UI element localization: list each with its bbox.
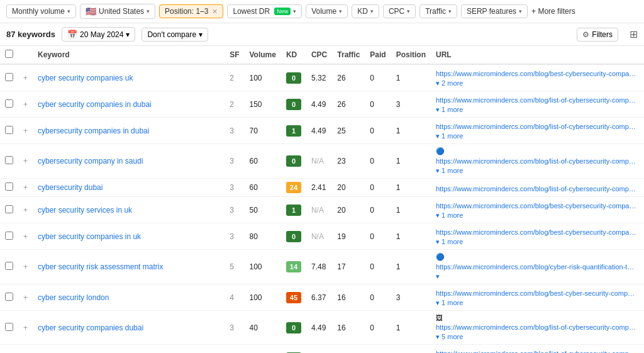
volume-filter-btn[interactable]: Volume ▾ <box>306 4 348 18</box>
traffic-cell: 26 <box>332 64 365 91</box>
filters-btn[interactable]: ⚙ Filters <box>577 28 618 42</box>
new-badge: New <box>274 8 291 15</box>
expand-cell[interactable]: + <box>18 118 33 144</box>
keyword-link[interactable]: cyber security companies uk <box>38 74 133 82</box>
paid-cell: 0 <box>365 345 391 354</box>
filters-label: Filters <box>592 30 613 39</box>
position-filter-btn[interactable]: Position: 1–3 ✕ <box>159 4 223 18</box>
country-btn[interactable]: 🇺🇸 United States ▾ <box>80 4 155 19</box>
expand-cell[interactable]: + <box>18 197 33 223</box>
compare-btn[interactable]: Don't compare ▾ <box>142 28 208 42</box>
url-cell: https://www.micromindercs.com/blog/best-… <box>431 223 644 250</box>
keyword-link[interactable]: cyber security services in uk <box>38 206 132 215</box>
col-sf[interactable]: SF <box>225 46 244 64</box>
traffic-value: 26 <box>337 74 345 82</box>
chevron-down-icon: ▾ <box>339 8 342 14</box>
url-link[interactable]: https://www.micromindercs.com/blog/list-… <box>436 96 637 104</box>
col-position[interactable]: Position <box>391 46 431 64</box>
expand-cell[interactable]: + <box>18 144 33 179</box>
position-value: 1 <box>396 157 401 165</box>
row-checkbox[interactable] <box>5 182 13 191</box>
expand-cell[interactable]: + <box>18 284 33 311</box>
expand-cell[interactable]: + <box>18 64 33 91</box>
more-pages-link[interactable]: ▾ 5 more <box>436 333 463 341</box>
keyword-link[interactable]: cybersecurity company in saudi <box>38 157 143 165</box>
expand-cell[interactable]: + <box>18 223 33 250</box>
table-row: + cyber security london 4 100 45 6.37 16… <box>0 284 644 311</box>
cpc-cell: 2.41 <box>306 179 332 197</box>
date-label: 20 May 2024 <box>80 30 123 39</box>
expand-cell[interactable]: + <box>18 345 33 354</box>
keyword-cell: cyber security london <box>33 284 225 311</box>
table-row: + cyber security services in uk 3 50 1 N… <box>0 197 644 223</box>
url-link[interactable]: https://www.micromindercs.com/blog/best-… <box>436 70 637 77</box>
more-pages-link[interactable]: ▾ 1 more <box>436 299 463 307</box>
close-icon[interactable]: ✕ <box>212 8 218 16</box>
more-pages-link[interactable]: ▾ 1 more <box>436 211 463 220</box>
row-checkbox[interactable] <box>5 126 13 134</box>
row-checkbox[interactable] <box>5 73 13 81</box>
url-link[interactable]: https://www.micromindercs.com/blog/cyber… <box>436 263 637 271</box>
col-paid[interactable]: Paid <box>365 46 391 64</box>
row-checkbox[interactable] <box>5 262 13 270</box>
url-link[interactable]: https://www.micromindercs.com/blog/best-… <box>436 228 637 236</box>
traffic-btn[interactable]: Traffic ▾ <box>419 4 457 18</box>
row-checkbox[interactable] <box>5 99 13 108</box>
row-checkbox[interactable] <box>5 232 13 240</box>
url-link[interactable]: https://www.micromindercs.com/blog/best-… <box>436 289 637 297</box>
paid-value: 0 <box>370 293 374 302</box>
url-cell: https://www.micromindercs.com/blog/best-… <box>431 284 644 311</box>
cpc-btn[interactable]: CPC ▾ <box>383 4 416 18</box>
expand-cell[interactable]: + <box>18 91 33 118</box>
traffic-value: 23 <box>337 157 345 165</box>
more-pages-link[interactable]: ▾ <box>436 272 440 281</box>
row-checkbox[interactable] <box>5 205 13 213</box>
more-filters-btn[interactable]: + More filters <box>531 7 575 16</box>
date-btn[interactable]: 📅 20 May 2024 ▾ <box>62 27 135 42</box>
keyword-link[interactable]: cybersecurity companies in dubai <box>38 126 149 135</box>
kd-btn[interactable]: KD ▾ <box>352 4 379 18</box>
keyword-link[interactable]: cyber security companies in dubai <box>38 100 152 109</box>
serp-label: SERP features <box>467 7 516 16</box>
url-cell: https://www.micromindercs.com/blog/list-… <box>431 91 644 118</box>
url-link[interactable]: https://www.micromindercs.com/blog/list-… <box>436 123 637 130</box>
keywords-table: Keyword SF Volume KD CPC Traffic Paid Po… <box>0 46 644 353</box>
keyword-link[interactable]: cyber security companies dubai <box>38 323 143 332</box>
expand-cell[interactable]: + <box>18 311 33 345</box>
keyword-link[interactable]: cybersecurity dubai <box>38 183 103 192</box>
keyword-link[interactable]: cyber security london <box>38 293 109 302</box>
col-kd[interactable]: KD <box>281 46 306 64</box>
expand-cell[interactable]: + <box>18 179 33 197</box>
expand-cell[interactable]: + <box>18 250 33 284</box>
sf-value: 3 <box>230 183 234 192</box>
col-volume[interactable]: Volume <box>245 46 281 64</box>
select-all-checkbox[interactable] <box>5 50 13 58</box>
url-link[interactable]: https://www.micromindercs.com/blog/best-… <box>436 202 637 210</box>
more-pages-link[interactable]: ▾ 1 more <box>436 106 463 114</box>
url-link[interactable]: https://www.micromindercs.com/blog/list-… <box>436 350 637 353</box>
col-traffic[interactable]: Traffic <box>332 46 365 64</box>
col-keyword[interactable]: Keyword <box>33 46 225 64</box>
serp-btn[interactable]: SERP features ▾ <box>461 4 528 18</box>
more-pages-link[interactable]: ▾ 1 more <box>436 132 463 140</box>
url-link[interactable]: https://www.micromindercs.com/blog/list-… <box>436 323 637 331</box>
keyword-link[interactable]: cyber security companies in uk <box>38 232 141 241</box>
lowest-dr-btn[interactable]: Lowest DR New ▾ <box>227 4 302 18</box>
row-checkbox[interactable] <box>5 293 13 301</box>
keyword-cell: cyber security companies uk <box>33 64 225 91</box>
traffic-cell: 23 <box>332 144 365 179</box>
keyword-link[interactable]: cyber security risk assessment matrix <box>38 262 163 271</box>
grid-icon[interactable]: ⊞ <box>630 28 638 40</box>
url-link[interactable]: https://www.micromindercs.com/blog/list-… <box>436 185 637 193</box>
cpc-cell: N/A <box>306 223 332 250</box>
row-checkbox[interactable] <box>5 323 13 331</box>
sf-value: 3 <box>230 232 234 241</box>
row-checkbox[interactable] <box>5 156 13 164</box>
volume-value: 60 <box>250 183 258 192</box>
more-pages-link[interactable]: ▾ 1 more <box>436 167 463 175</box>
col-cpc[interactable]: CPC <box>306 46 332 64</box>
more-pages-link[interactable]: ▾ 1 more <box>436 238 463 246</box>
more-pages-link[interactable]: ▾ 2 more <box>436 79 463 87</box>
url-link[interactable]: https://www.micromindercs.com/blog/list-… <box>436 157 637 165</box>
monthly-volume-btn[interactable]: Monthly volume ▾ <box>6 4 76 18</box>
